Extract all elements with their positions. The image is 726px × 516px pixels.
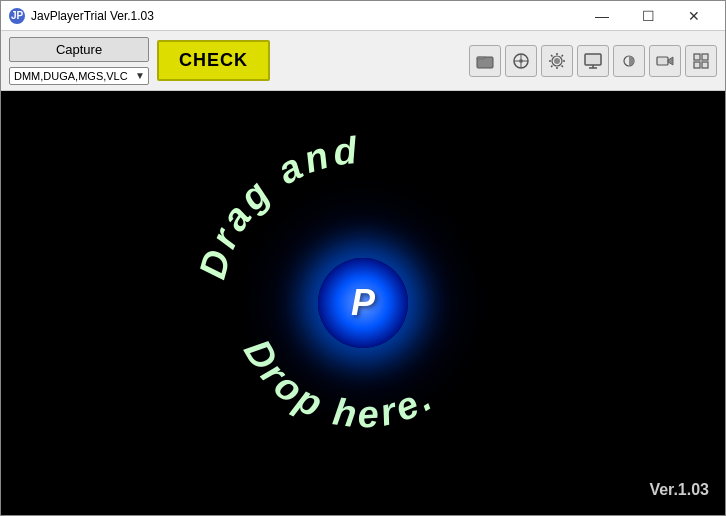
video-icon-button[interactable] (649, 45, 681, 77)
svg-rect-11 (657, 57, 668, 65)
toolbar-left-controls: Capture DMM,DUGA,MGS,VLC ▼ (9, 37, 149, 85)
monitor-icon-button[interactable] (577, 45, 609, 77)
main-content[interactable]: Drag and Drop here. P Ver.1.03 (1, 91, 725, 515)
logo-letter: P (351, 282, 375, 324)
logo-glow-circle: P (318, 258, 408, 348)
check-button[interactable]: CHECK (157, 40, 270, 81)
svg-rect-13 (702, 54, 708, 60)
capture-button[interactable]: Capture (9, 37, 149, 62)
title-bar-left: JP JavPlayerTrial Ver.1.03 (9, 8, 154, 24)
folder-icon-button[interactable] (469, 45, 501, 77)
gear-icon-button[interactable] (541, 45, 573, 77)
version-label: Ver.1.03 (649, 481, 709, 499)
site-dropdown-wrapper[interactable]: DMM,DUGA,MGS,VLC ▼ (9, 66, 149, 85)
svg-rect-12 (694, 54, 700, 60)
title-bar: JP JavPlayerTrial Ver.1.03 — ☐ ✕ (1, 1, 725, 31)
close-button[interactable]: ✕ (671, 1, 717, 31)
maximize-button[interactable]: ☐ (625, 1, 671, 31)
site-select[interactable]: DMM,DUGA,MGS,VLC (9, 67, 149, 85)
grid-icon-button[interactable] (685, 45, 717, 77)
window-controls: — ☐ ✕ (579, 1, 717, 31)
gamepad-icon-button[interactable] (505, 45, 537, 77)
app-window: JP JavPlayerTrial Ver.1.03 — ☐ ✕ Capture… (0, 0, 726, 516)
toolbar-icon-group (469, 45, 717, 77)
svg-rect-15 (702, 62, 708, 68)
app-icon: JP (9, 8, 25, 24)
window-title: JavPlayerTrial Ver.1.03 (31, 9, 154, 23)
svg-rect-7 (585, 54, 601, 65)
app-logo-center: P (318, 258, 408, 348)
circular-display: Drag and Drop here. P (193, 133, 533, 473)
minimize-button[interactable]: — (579, 1, 625, 31)
drag-drop-area[interactable]: Drag and Drop here. P (1, 91, 725, 515)
brightness-icon-button[interactable] (613, 45, 645, 77)
svg-point-5 (554, 58, 560, 64)
toolbar: Capture DMM,DUGA,MGS,VLC ▼ CHECK (1, 31, 725, 91)
svg-rect-14 (694, 62, 700, 68)
